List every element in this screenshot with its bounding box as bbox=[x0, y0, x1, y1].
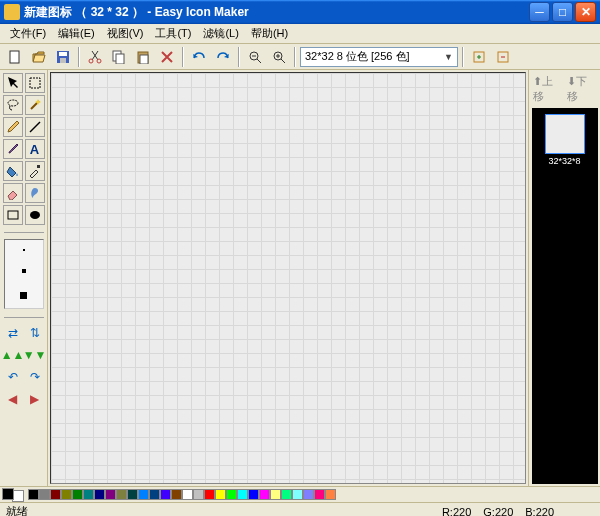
format-select[interactable]: 32*32 8 位色 [256 色] ▼ bbox=[300, 47, 458, 67]
tool-brush[interactable] bbox=[3, 139, 23, 159]
color-swatch[interactable] bbox=[182, 489, 193, 500]
move-up-button[interactable]: ⬆上移 bbox=[533, 74, 563, 104]
save-button[interactable] bbox=[52, 46, 74, 68]
format-label: 32*32 8 位色 [256 色] bbox=[305, 49, 410, 64]
new-button[interactable] bbox=[4, 46, 26, 68]
eraser-icon bbox=[6, 186, 20, 200]
color-swatch[interactable] bbox=[94, 489, 105, 500]
color-swatch[interactable] bbox=[314, 489, 325, 500]
tool-eraser[interactable] bbox=[3, 183, 23, 203]
color-swatch[interactable] bbox=[72, 489, 83, 500]
paste-button[interactable] bbox=[132, 46, 154, 68]
open-button[interactable] bbox=[28, 46, 50, 68]
mirror-v-button[interactable]: ▼▼ bbox=[25, 345, 45, 365]
tool-wand[interactable] bbox=[25, 95, 45, 115]
tool-pointer[interactable] bbox=[3, 73, 23, 93]
rotate-ccw-button[interactable]: ↶ bbox=[3, 367, 23, 387]
tool-eyedropper[interactable] bbox=[25, 161, 45, 181]
menu-edit[interactable]: 编辑(E) bbox=[52, 24, 101, 43]
menu-bar: 文件(F) 编辑(E) 视图(V) 工具(T) 滤镜(L) 帮助(H) bbox=[0, 24, 600, 44]
svg-rect-2 bbox=[59, 52, 67, 56]
tool-text[interactable]: A bbox=[25, 139, 45, 159]
minimize-button[interactable]: ─ bbox=[529, 2, 550, 22]
copy-button[interactable] bbox=[108, 46, 130, 68]
tool-line[interactable] bbox=[25, 117, 45, 137]
rectangle-icon bbox=[6, 208, 20, 222]
menu-view[interactable]: 视图(V) bbox=[101, 24, 150, 43]
del-frame-button[interactable] bbox=[492, 46, 514, 68]
color-swatch[interactable] bbox=[259, 489, 270, 500]
zoom-in-button[interactable] bbox=[268, 46, 290, 68]
pencil-icon bbox=[6, 120, 20, 134]
color-swatch[interactable] bbox=[237, 489, 248, 500]
color-swatch[interactable] bbox=[270, 489, 281, 500]
close-button[interactable]: ✕ bbox=[575, 2, 596, 22]
color-swatch[interactable] bbox=[160, 489, 171, 500]
status-b: B:220 bbox=[525, 506, 554, 517]
svg-rect-7 bbox=[116, 54, 124, 64]
brush-size-preview[interactable] bbox=[4, 239, 44, 309]
tool-smudge[interactable] bbox=[25, 183, 45, 203]
shift-right-button[interactable]: ▶ bbox=[25, 389, 45, 409]
flip-h-button[interactable]: ⇄ bbox=[3, 323, 23, 343]
tool-pencil[interactable] bbox=[3, 117, 23, 137]
color-swatch[interactable] bbox=[171, 489, 182, 500]
color-swatch[interactable] bbox=[61, 489, 72, 500]
color-swatch[interactable] bbox=[292, 489, 303, 500]
rotate-cw-button[interactable]: ↷ bbox=[25, 367, 45, 387]
color-swatch[interactable] bbox=[215, 489, 226, 500]
undo-button[interactable] bbox=[188, 46, 210, 68]
svg-rect-9 bbox=[140, 55, 148, 64]
svg-rect-3 bbox=[60, 58, 66, 63]
frame-thumb[interactable] bbox=[545, 114, 585, 154]
color-swatch[interactable] bbox=[303, 489, 314, 500]
mirror-h-button[interactable]: ▲▲ bbox=[3, 345, 23, 365]
zoom-out-button[interactable] bbox=[244, 46, 266, 68]
tool-fill[interactable] bbox=[3, 161, 23, 181]
toolbar: 32*32 8 位色 [256 色] ▼ bbox=[0, 44, 600, 70]
eyedropper-icon bbox=[28, 164, 42, 178]
cut-button[interactable] bbox=[84, 46, 106, 68]
color-swatch[interactable] bbox=[281, 489, 292, 500]
svg-point-18 bbox=[30, 211, 40, 219]
color-swatch[interactable] bbox=[193, 489, 204, 500]
selection-icon bbox=[28, 76, 42, 90]
color-swatch[interactable] bbox=[83, 489, 94, 500]
text-icon: A bbox=[30, 142, 39, 157]
tool-lasso[interactable] bbox=[3, 95, 23, 115]
redo-button[interactable] bbox=[212, 46, 234, 68]
color-swatch[interactable] bbox=[127, 489, 138, 500]
color-swatch[interactable] bbox=[149, 489, 160, 500]
flip-v-button[interactable]: ⇅ bbox=[25, 323, 45, 343]
add-frame-button[interactable] bbox=[468, 46, 490, 68]
wand-icon bbox=[28, 98, 42, 112]
color-swatch[interactable] bbox=[325, 489, 336, 500]
tool-ellipse[interactable] bbox=[25, 205, 45, 225]
shift-left-button[interactable]: ◀ bbox=[3, 389, 23, 409]
menu-filter[interactable]: 滤镜(L) bbox=[197, 24, 244, 43]
open-icon bbox=[32, 50, 46, 64]
canvas[interactable] bbox=[50, 72, 526, 484]
menu-tools[interactable]: 工具(T) bbox=[149, 24, 197, 43]
color-swatch[interactable] bbox=[105, 489, 116, 500]
move-down-button[interactable]: ⬇下移 bbox=[567, 74, 597, 104]
foreground-color[interactable] bbox=[2, 488, 14, 500]
menu-help[interactable]: 帮助(H) bbox=[245, 24, 294, 43]
current-colors[interactable] bbox=[2, 488, 24, 502]
maximize-button[interactable]: □ bbox=[552, 2, 573, 22]
tool-selection[interactable] bbox=[25, 73, 45, 93]
delete-icon bbox=[160, 50, 174, 64]
color-swatch[interactable] bbox=[248, 489, 259, 500]
color-swatch[interactable] bbox=[39, 489, 50, 500]
color-swatch[interactable] bbox=[28, 489, 39, 500]
color-swatch[interactable] bbox=[226, 489, 237, 500]
color-swatch[interactable] bbox=[116, 489, 127, 500]
svg-point-4 bbox=[89, 59, 93, 63]
color-swatch[interactable] bbox=[138, 489, 149, 500]
tool-rect[interactable] bbox=[3, 205, 23, 225]
dropdown-arrow-icon: ▼ bbox=[444, 52, 453, 62]
menu-file[interactable]: 文件(F) bbox=[4, 24, 52, 43]
color-swatch[interactable] bbox=[204, 489, 215, 500]
delete-button[interactable] bbox=[156, 46, 178, 68]
color-swatch[interactable] bbox=[50, 489, 61, 500]
